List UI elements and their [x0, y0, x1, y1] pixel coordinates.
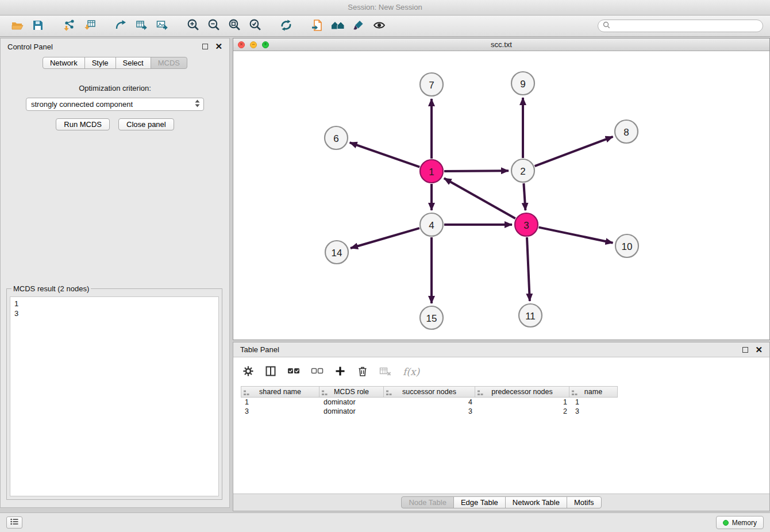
close-panel-icon[interactable]: ✕ [215, 44, 222, 49]
minimize-window-icon[interactable]: − [250, 41, 257, 48]
graph-node-7[interactable]: 7 [420, 73, 443, 96]
image-arrow-icon [156, 19, 168, 33]
export-document-button[interactable] [307, 17, 328, 34]
graph-edge-1-6[interactable] [350, 142, 420, 167]
svg-text:2: 2 [520, 166, 525, 177]
column-header-shared-name[interactable]: shared name [241, 386, 319, 398]
close-table-panel-icon[interactable]: ✕ [755, 347, 763, 353]
task-history-button[interactable] [6, 516, 22, 529]
graph-node-3[interactable]: 3 [515, 213, 538, 236]
network-graph[interactable]: 7968124314101511 [233, 51, 769, 340]
save-session-button[interactable] [28, 17, 48, 34]
column-sort-icon [572, 390, 578, 398]
table-panel-tabstrip: Node TableEdge TableNetwork TableMotifs [233, 494, 769, 511]
zoom-selected-button[interactable] [245, 17, 265, 34]
open-session-button[interactable] [7, 17, 28, 34]
zoom-out-button[interactable] [203, 17, 224, 34]
table-cell[interactable]: dominator [319, 407, 384, 416]
tab-style[interactable]: Style [84, 57, 116, 69]
tab-mcds[interactable]: MCDS [151, 57, 187, 69]
import-network-button[interactable] [59, 17, 79, 34]
tab-network[interactable]: Network [43, 57, 85, 69]
close-window-icon[interactable]: × [238, 41, 245, 48]
graph-node-14[interactable]: 14 [325, 241, 348, 264]
deselect-all-button[interactable] [311, 366, 324, 378]
column-header-predecessor-nodes[interactable]: predecessor nodes [475, 386, 569, 398]
table-cell[interactable]: 1 [241, 398, 319, 407]
table-tab-edge-table[interactable]: Edge Table [453, 496, 506, 508]
mcds-result-line: 1 [14, 299, 214, 309]
refresh-button[interactable] [276, 17, 297, 34]
graph-edge-3-11[interactable] [527, 237, 530, 301]
tab-select[interactable]: Select [116, 57, 151, 69]
float-table-panel-icon[interactable] [742, 347, 748, 353]
float-panel-icon[interactable] [202, 44, 208, 49]
import-table-button[interactable] [79, 17, 100, 34]
delete-column-button[interactable] [357, 365, 368, 379]
function-builder-button[interactable]: f(x) [403, 366, 419, 377]
graph-node-1[interactable]: 1 [420, 160, 443, 183]
graph-edge-2-3[interactable] [523, 183, 525, 210]
column-header-label: shared name [259, 388, 301, 396]
import-table-icon [83, 19, 96, 33]
table-cell[interactable]: 4 [384, 398, 476, 407]
column-header-name[interactable]: name [569, 386, 618, 398]
columns-icon [265, 365, 276, 379]
table-row[interactable]: 3dominator323 [241, 407, 620, 416]
table-tab-motifs[interactable]: Motifs [567, 496, 602, 508]
memory-button-label: Memory [732, 519, 757, 527]
column-header-mcds-role[interactable]: MCDS role [319, 386, 384, 398]
graph-node-15[interactable]: 15 [420, 306, 443, 329]
graph-node-8[interactable]: 8 [615, 120, 638, 143]
close-panel-button[interactable]: Close panel [118, 118, 174, 130]
show-hide-button[interactable] [369, 17, 390, 34]
style-button[interactable] [348, 17, 369, 34]
add-column-button[interactable] [334, 365, 346, 379]
show-columns-button[interactable] [265, 365, 276, 379]
search-icon [603, 21, 610, 30]
search-input[interactable] [613, 22, 758, 30]
table-settings-button[interactable] [242, 365, 254, 379]
table-cell[interactable]: 1 [571, 398, 620, 407]
table-cell[interactable]: 3 [384, 407, 476, 416]
graph-node-9[interactable]: 9 [511, 72, 534, 95]
table-tab-network-table[interactable]: Network Table [505, 496, 567, 508]
optimization-criterion-dropdown[interactable]: strongly connected component [26, 98, 204, 111]
table-tab-node-table[interactable]: Node Table [401, 496, 454, 508]
layout-button[interactable] [328, 17, 348, 34]
graph-edge-3-10[interactable] [539, 228, 613, 243]
graph-node-2[interactable]: 2 [511, 159, 534, 182]
graph-edge-3-1[interactable] [444, 178, 515, 218]
graph-node-10[interactable]: 10 [615, 234, 638, 257]
mcds-result-group: MCDS result (2 nodes) 13 [6, 284, 222, 500]
run-mcds-button[interactable]: Run MCDS [56, 118, 110, 130]
graph-node-4[interactable]: 4 [420, 213, 443, 236]
new-network-button[interactable] [110, 17, 131, 34]
graph-edge-1-2[interactable] [444, 171, 509, 171]
table-cell[interactable]: 2 [476, 407, 571, 416]
table-cell[interactable]: 1 [476, 398, 571, 407]
graph-edge-2-8[interactable] [535, 137, 613, 166]
search-field[interactable] [598, 20, 763, 32]
graph-edge-4-14[interactable] [351, 228, 419, 248]
select-all-button[interactable] [287, 366, 300, 378]
delete-table-button[interactable] [379, 366, 392, 378]
table-cell[interactable]: 3 [241, 407, 319, 416]
export-table-button[interactable] [131, 17, 152, 34]
window-titlebar: Session: New Session [0, 0, 770, 16]
table-cell[interactable]: 3 [571, 407, 620, 416]
zoom-in-button[interactable] [183, 17, 203, 34]
memory-button[interactable]: Memory [716, 516, 764, 529]
table-rows: 1dominator4113dominator323 [241, 398, 620, 416]
table-cell[interactable]: dominator [319, 398, 384, 407]
table-row[interactable]: 1dominator411 [241, 398, 620, 407]
column-sort-icon [386, 390, 392, 398]
export-image-button[interactable] [152, 17, 172, 34]
dropdown-stepper-icon [194, 99, 201, 110]
column-header-successor-nodes[interactable]: successor nodes [383, 386, 475, 398]
graph-node-11[interactable]: 11 [519, 304, 542, 327]
trash-icon [357, 365, 368, 379]
graph-node-6[interactable]: 6 [325, 126, 348, 149]
maximize-window-icon[interactable]: + [262, 41, 269, 48]
zoom-fit-button[interactable] [224, 17, 245, 34]
